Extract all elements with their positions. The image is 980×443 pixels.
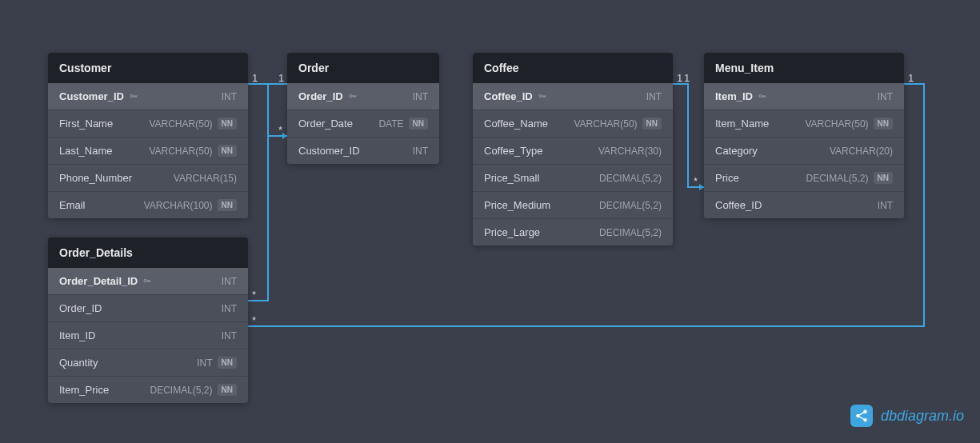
diagram-canvas[interactable]: 1 * 1 * 1 * 1 1 * Customer Customer_ID I… <box>0 0 980 443</box>
table-row[interactable]: Price_Medium DECIMAL(5,2) <box>473 192 673 219</box>
watermark-text: dbdiagram.io <box>881 408 964 425</box>
table-row[interactable]: Item_Price DECIMAL(5,2)NN <box>48 377 248 403</box>
cardinality-label: 1 <box>684 72 690 84</box>
column-name: Order_ID <box>298 90 358 102</box>
column-type: INT <box>413 91 428 102</box>
table-row[interactable]: Price_Large DECIMAL(5,2) <box>473 219 673 245</box>
cardinality-label: 1 <box>677 72 682 84</box>
not-null-badge: NN <box>218 118 237 130</box>
table-menu-item[interactable]: Menu_Item Item_ID INT Item_Name VARCHAR(… <box>704 53 904 218</box>
key-icon <box>129 92 138 102</box>
cardinality-label: 1 <box>278 72 284 84</box>
column-type: DECIMAL(5,2)NN <box>806 172 893 184</box>
column-type: VARCHAR(50)NN <box>574 118 662 130</box>
table-order[interactable]: Order Order_ID INT Order_Date DATENN Cus… <box>287 53 439 164</box>
column-type: DECIMAL(5,2) <box>599 227 662 238</box>
key-icon <box>758 92 767 102</box>
column-name: Item_ID <box>715 90 767 102</box>
column-name: First_Name <box>59 118 113 130</box>
watermark: dbdiagram.io <box>850 405 964 427</box>
column-type: INT <box>413 146 428 157</box>
table-header[interactable]: Menu_Item <box>704 53 904 83</box>
column-name: Order_Date <box>298 118 353 130</box>
column-name: Coffee_Type <box>484 145 542 157</box>
table-row[interactable]: Coffee_Name VARCHAR(50)NN <box>473 110 673 138</box>
cardinality-label: * <box>252 289 256 301</box>
column-name: Email <box>59 199 86 211</box>
table-row[interactable]: Customer_ID INT <box>287 138 439 164</box>
column-name: Quantity <box>59 357 98 369</box>
table-row[interactable]: Order_ID INT <box>48 295 248 322</box>
key-icon <box>142 277 152 286</box>
column-type: INT <box>222 330 237 341</box>
not-null-badge: NN <box>409 118 428 130</box>
column-name: Category <box>715 145 758 157</box>
column-type: INT <box>646 91 662 102</box>
table-row[interactable]: Quantity INTNN <box>48 349 248 377</box>
table-header[interactable]: Coffee <box>473 53 673 83</box>
cardinality-label: * <box>252 314 256 326</box>
column-type: VARCHAR(15) <box>174 173 237 184</box>
cardinality-label: * <box>694 175 698 187</box>
column-type: VARCHAR(20) <box>830 146 893 157</box>
table-row[interactable]: Order_ID INT <box>287 83 439 110</box>
column-type: INT <box>878 91 893 102</box>
column-type: DATENN <box>378 118 428 130</box>
table-row[interactable]: Last_Name VARCHAR(50)NN <box>48 138 248 165</box>
table-row[interactable]: Email VARCHAR(100)NN <box>48 192 248 218</box>
table-order-details[interactable]: Order_Details Order_Detail_ID INT Order_… <box>48 237 248 403</box>
column-type: INTNN <box>197 357 237 369</box>
column-name: Order_Detail_ID <box>59 275 152 287</box>
column-type: VARCHAR(50)NN <box>805 118 893 130</box>
table-row[interactable]: Coffee_Type VARCHAR(30) <box>473 138 673 165</box>
table-row[interactable]: Price_Small DECIMAL(5,2) <box>473 165 673 192</box>
key-icon <box>348 92 358 102</box>
column-type: DECIMAL(5,2) <box>599 173 662 184</box>
column-type: DECIMAL(5,2) <box>599 200 662 211</box>
column-name: Item_ID <box>59 329 96 341</box>
table-header[interactable]: Customer <box>48 53 248 83</box>
column-type: INT <box>222 91 237 102</box>
share-icon <box>850 405 873 427</box>
table-header[interactable]: Order_Details <box>48 237 248 268</box>
column-name: Phone_Number <box>59 172 132 184</box>
column-name: Customer_ID <box>59 90 138 102</box>
column-type: VARCHAR(50)NN <box>149 145 237 157</box>
column-name: Customer_ID <box>298 145 360 157</box>
column-type: VARCHAR(50)NN <box>149 118 237 130</box>
table-row[interactable]: Item_ID INT <box>704 83 904 110</box>
table-row[interactable]: Coffee_ID INT <box>473 83 673 110</box>
not-null-badge: NN <box>218 199 237 211</box>
table-row[interactable]: Category VARCHAR(20) <box>704 138 904 165</box>
not-null-badge: NN <box>218 357 237 369</box>
table-row[interactable]: Phone_Number VARCHAR(15) <box>48 165 248 192</box>
not-null-badge: NN <box>218 384 237 396</box>
column-name: Price_Large <box>484 226 540 238</box>
column-name: Coffee_Name <box>484 118 548 130</box>
table-row[interactable]: Price DECIMAL(5,2)NN <box>704 165 904 192</box>
column-type: VARCHAR(100)NN <box>144 199 237 211</box>
column-name: Item_Name <box>715 118 769 130</box>
cardinality-label: 1 <box>908 72 914 84</box>
not-null-badge: NN <box>874 172 893 184</box>
table-row[interactable]: Order_Detail_ID INT <box>48 268 248 295</box>
table-row[interactable]: Item_ID INT <box>48 322 248 349</box>
cardinality-label: 1 <box>252 72 258 84</box>
table-row[interactable]: Item_Name VARCHAR(50)NN <box>704 110 904 138</box>
column-type: VARCHAR(30) <box>598 146 662 157</box>
column-type: INT <box>222 276 237 287</box>
not-null-badge: NN <box>874 118 893 130</box>
not-null-badge: NN <box>218 145 237 157</box>
column-name: Coffee_ID <box>484 90 547 102</box>
table-customer[interactable]: Customer Customer_ID INT First_Name VARC… <box>48 53 248 218</box>
table-row[interactable]: Customer_ID INT <box>48 83 248 110</box>
column-type: INT <box>878 200 893 211</box>
column-name: Item_Price <box>59 384 109 396</box>
column-name: Price_Small <box>484 172 539 184</box>
table-row[interactable]: Order_Date DATENN <box>287 110 439 138</box>
table-row[interactable]: First_Name VARCHAR(50)NN <box>48 110 248 138</box>
table-coffee[interactable]: Coffee Coffee_ID INT Coffee_Name VARCHAR… <box>473 53 673 245</box>
column-name: Price_Medium <box>484 199 550 211</box>
table-row[interactable]: Coffee_ID INT <box>704 192 904 218</box>
table-header[interactable]: Order <box>287 53 439 83</box>
